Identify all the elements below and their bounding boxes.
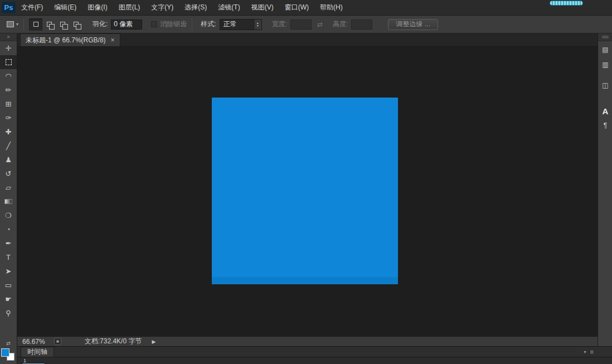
tools-panel: » ✛ ◠ ✏ ⊞ ✑ ✚ ╱ ♟ ↺ ▱ ❍ ◔ ✒ T ➤ ▭ ☛ ⚲ ⇄ xyxy=(0,33,17,364)
move-tool-icon: ✛ xyxy=(6,44,12,52)
collapsed-panel-button-1[interactable]: ▤ xyxy=(598,43,612,56)
chevron-down-icon[interactable]: ▾ xyxy=(584,350,586,355)
foreground-color-swatch[interactable] xyxy=(1,348,9,357)
intersect-selection-button[interactable] xyxy=(69,18,82,31)
style-select[interactable]: 正常 ▲▼ xyxy=(220,19,262,30)
menu-edit[interactable]: 编辑(E) xyxy=(48,0,82,15)
right-panel-dock: ▤ ▥ ◫ A ¶ xyxy=(598,33,612,346)
brush-tool-icon: ╱ xyxy=(6,142,11,150)
dock-spacer xyxy=(598,71,612,77)
quick-selection-tool[interactable]: ✏ xyxy=(0,83,17,97)
menu-type[interactable]: 文字(Y) xyxy=(145,0,179,15)
tools-panel-collapse-button[interactable]: » xyxy=(0,33,17,41)
rectangle-tool-icon: ▭ xyxy=(5,281,12,289)
app-bar-widget[interactable] xyxy=(550,1,583,6)
rectangular-marquee-tool[interactable] xyxy=(0,55,17,69)
menu-bar: Ps 文件(F) 编辑(E) 图像(I) 图层(L) 文字(Y) 选择(S) 滤… xyxy=(0,0,612,16)
height-label: 高度: xyxy=(333,20,348,29)
new-selection-button[interactable] xyxy=(29,18,42,31)
type-tool[interactable]: T xyxy=(0,250,17,264)
intersect-selection-icon xyxy=(74,22,79,27)
menu-select[interactable]: 选择(S) xyxy=(179,0,212,15)
timeline-tab[interactable]: 时间轴 xyxy=(21,347,54,357)
blur-tool[interactable]: ❍ xyxy=(0,208,17,222)
hand-tool[interactable]: ☛ xyxy=(0,292,17,306)
options-separator xyxy=(23,18,24,31)
subtract-selection-button[interactable] xyxy=(56,18,69,31)
panel-page-icon: ◫ xyxy=(602,81,608,89)
clone-stamp-icon: ♟ xyxy=(5,156,12,164)
crop-tool-icon: ⊞ xyxy=(6,100,12,108)
move-tool[interactable]: ✛ xyxy=(0,41,17,55)
menu-file[interactable]: 文件(F) xyxy=(16,0,48,15)
spot-healing-brush-tool[interactable]: ✚ xyxy=(0,125,17,139)
menu-window[interactable]: 窗口(W) xyxy=(279,0,314,15)
menu-view[interactable]: 视图(V) xyxy=(246,0,279,15)
width-input[interactable] xyxy=(290,20,312,30)
path-selection-tool[interactable]: ➤ xyxy=(0,264,17,278)
status-expand-arrow-icon[interactable]: ▶ xyxy=(152,339,156,344)
add-selection-icon xyxy=(47,22,52,27)
feather-input[interactable] xyxy=(111,20,142,30)
subtract-selection-icon xyxy=(60,22,65,27)
menu-image[interactable]: 图像(I) xyxy=(82,0,113,15)
spinner-arrows-icon[interactable]: ▲▼ xyxy=(254,20,261,30)
height-input[interactable] xyxy=(351,20,372,30)
dodge-tool[interactable]: ◔ xyxy=(0,222,17,236)
eyedropper-tool[interactable]: ✑ xyxy=(0,111,17,125)
add-selection-button[interactable] xyxy=(42,18,56,31)
quick-selection-icon: ✏ xyxy=(6,86,12,94)
dock-grip-icon xyxy=(602,36,609,38)
clone-stamp-tool[interactable]: ♟ xyxy=(0,153,17,167)
style-selected-value: 正常 xyxy=(220,20,254,29)
tool-preset-picker[interactable]: ▾ xyxy=(7,21,18,27)
collapsed-panel-button-2[interactable]: ▥ xyxy=(598,58,612,71)
pen-tool[interactable]: ✒ xyxy=(0,236,17,250)
dock-header[interactable] xyxy=(598,33,612,41)
canvas-area[interactable] xyxy=(17,47,598,336)
document-tab-bar: 未标题-1 @ 66.7%(RGB/8) × xyxy=(17,33,598,47)
lasso-tool-icon: ◠ xyxy=(5,72,11,80)
hand-tool-icon: ☛ xyxy=(5,295,12,303)
color-swatches: ⇄ xyxy=(0,341,17,364)
blur-tool-icon: ❍ xyxy=(5,211,12,220)
menu-layer[interactable]: 图层(L) xyxy=(113,0,146,15)
antialias-label: 消除锯齿 xyxy=(160,20,187,29)
menu-filter[interactable]: 滤镜(T) xyxy=(212,0,245,15)
chevron-down-icon: ▾ xyxy=(16,22,18,27)
menu-help[interactable]: 帮助(H) xyxy=(314,0,348,15)
document-tab-title: 未标题-1 @ 66.7%(RGB/8) xyxy=(26,36,106,45)
character-panel-button[interactable]: A xyxy=(598,104,612,118)
lasso-tool[interactable]: ◠ xyxy=(0,69,17,83)
path-selection-icon: ➤ xyxy=(6,267,12,275)
brush-tool[interactable]: ╱ xyxy=(0,139,17,153)
timeline-panel-header: 时间轴 ▾ ≡ xyxy=(17,346,612,357)
antialias-checkbox[interactable] xyxy=(151,21,157,27)
gradient-tool[interactable] xyxy=(0,195,17,208)
document-tab[interactable]: 未标题-1 @ 66.7%(RGB/8) × xyxy=(20,33,120,46)
zoom-level-field[interactable]: 66.67% xyxy=(22,338,45,346)
status-badge-icon xyxy=(54,338,61,345)
paragraph-panel-button[interactable]: ¶ xyxy=(598,119,612,132)
timeline-header-controls: ▾ ≡ xyxy=(584,348,594,355)
refine-edge-button[interactable]: 调整边缘 ... xyxy=(388,19,438,30)
history-brush-tool[interactable]: ↺ xyxy=(0,167,17,181)
rectangle-tool[interactable]: ▭ xyxy=(0,278,17,292)
pen-tool-icon: ✒ xyxy=(6,239,12,247)
collapsed-panel-button-3[interactable]: ◫ xyxy=(598,79,612,92)
zoom-tool-icon: ⚲ xyxy=(6,309,11,317)
panel-menu-icon[interactable]: ≡ xyxy=(590,348,594,355)
healing-brush-icon: ✚ xyxy=(6,128,12,136)
eraser-tool[interactable]: ▱ xyxy=(0,181,17,195)
document-canvas[interactable] xyxy=(212,98,398,284)
timeline-frame-1[interactable]: 1 xyxy=(22,358,48,364)
style-label: 样式: xyxy=(201,20,216,29)
swap-colors-icon[interactable]: ⇄ xyxy=(0,341,17,347)
eraser-tool-icon: ▱ xyxy=(6,183,11,192)
swap-dimensions-icon[interactable]: ⇄ xyxy=(317,21,323,28)
close-icon[interactable]: × xyxy=(111,36,115,44)
zoom-tool[interactable]: ⚲ xyxy=(0,306,17,320)
dodge-tool-icon: ◔ xyxy=(6,225,11,234)
panel-grid-icon: ▥ xyxy=(602,61,608,69)
crop-tool[interactable]: ⊞ xyxy=(0,97,17,111)
